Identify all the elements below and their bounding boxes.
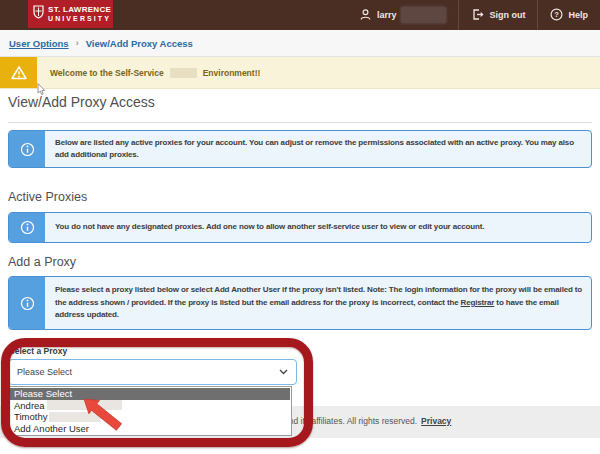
help-label: Help (568, 10, 588, 20)
active-proxies-heading: Active Proxies (8, 190, 87, 204)
add-proxy-info-box: Please select a proxy listed below or se… (8, 276, 592, 330)
info-icon (9, 277, 45, 329)
dropdown-option-timothy[interactable]: Timothy (10, 411, 290, 423)
proxy-dropdown-list: Please Select Andrea Timothy Add Another… (8, 386, 292, 436)
registrar-link[interactable]: Registrar (461, 298, 495, 307)
header-actions: larry Sign out ? Help (347, 0, 600, 30)
sign-out-icon (471, 8, 484, 23)
page-title: View/Add Proxy Access (8, 94, 155, 110)
info-icon (9, 213, 45, 242)
active-proxies-info-box: You do not have any designated proxies. … (8, 212, 592, 243)
intro-info-box: Below are listed any active proxies for … (8, 130, 592, 168)
chevron-down-icon (279, 367, 288, 377)
dropdown-option-add-another-user[interactable]: Add Another User (10, 423, 290, 435)
username-label: larry (377, 10, 397, 20)
svg-text:?: ? (555, 10, 560, 19)
redacted-name (47, 400, 122, 410)
top-nav-bar: ST. LAWRENCE UNIVERSITY larry Sign out (0, 0, 600, 30)
shield-icon (33, 5, 44, 23)
logo-text: ST. LAWRENCE UNIVERSITY (48, 5, 111, 23)
help-button[interactable]: ? Help (537, 0, 600, 30)
sign-out-button[interactable]: Sign out (458, 0, 537, 30)
title-divider (8, 122, 592, 123)
warning-icon (0, 57, 37, 88)
breadcrumb: User Options › View/Add Proxy Access (0, 30, 600, 57)
help-icon: ? (550, 8, 563, 23)
redacted-name (49, 412, 101, 422)
footer-text: and its affiliates. All rights reserved.… (284, 416, 451, 426)
add-proxy-heading: Add a Proxy (8, 255, 76, 269)
proxy-select[interactable]: Please Select (8, 359, 297, 385)
breadcrumb-user-options[interactable]: User Options (9, 38, 69, 49)
add-proxy-info-text: Please select a proxy listed below or se… (45, 277, 591, 329)
dropdown-option-andrea[interactable]: Andrea (10, 400, 290, 412)
banner-message: Welcome to the Self-Service Environment!… (37, 57, 260, 88)
breadcrumb-current[interactable]: View/Add Proxy Access (86, 38, 193, 49)
person-icon (359, 8, 372, 23)
privacy-link[interactable]: Privacy (421, 416, 451, 426)
page: ST. LAWRENCE UNIVERSITY larry Sign out (0, 0, 600, 454)
environment-banner: Welcome to the Self-Service Environment!… (0, 57, 600, 89)
redacted-surname (401, 7, 446, 23)
active-proxies-info-text: You do not have any designated proxies. … (45, 213, 591, 242)
sign-out-label: Sign out (489, 10, 525, 20)
university-logo[interactable]: ST. LAWRENCE UNIVERSITY (28, 0, 113, 28)
proxy-select-value: Please Select (17, 367, 72, 377)
select-proxy-label: Select a Proxy (9, 346, 67, 356)
dropdown-option-please-select[interactable]: Please Select (10, 388, 290, 400)
intro-info-text: Below are listed any active proxies for … (45, 131, 591, 167)
user-menu[interactable]: larry (347, 0, 459, 30)
redacted-environment-name (170, 68, 197, 78)
breadcrumb-separator: › (76, 38, 79, 48)
info-icon (9, 131, 45, 167)
